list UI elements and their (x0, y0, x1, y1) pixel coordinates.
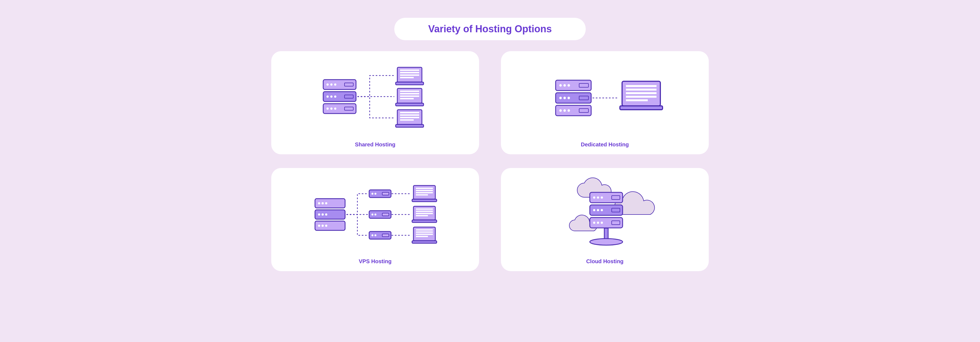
svg-rect-14 (345, 107, 353, 110)
svg-rect-51 (626, 92, 657, 94)
svg-rect-46 (579, 96, 589, 100)
laptop-icon (396, 88, 423, 106)
server-icon (555, 80, 591, 116)
svg-point-38 (568, 84, 570, 87)
svg-point-101 (597, 197, 599, 199)
svg-rect-31 (400, 119, 414, 121)
card-shared-hosting: Shared Hosting (271, 51, 479, 154)
svg-rect-74 (382, 213, 389, 216)
svg-point-4 (330, 83, 332, 86)
svg-point-8 (334, 96, 336, 97)
page-title: Variety of Hosting Options (411, 23, 569, 35)
svg-point-10 (330, 107, 332, 110)
svg-rect-45 (579, 83, 589, 87)
svg-point-77 (375, 235, 377, 237)
svg-point-68 (372, 193, 374, 195)
dedicated-hosting-illustration (509, 61, 700, 137)
svg-point-76 (372, 235, 374, 237)
svg-point-66 (325, 225, 327, 227)
svg-rect-30 (400, 117, 419, 118)
svg-point-3 (326, 83, 329, 86)
svg-point-61 (318, 213, 320, 216)
connector-line (357, 97, 394, 118)
svg-rect-88 (416, 213, 433, 214)
svg-point-106 (593, 222, 595, 224)
svg-rect-47 (579, 109, 589, 112)
svg-point-65 (321, 225, 324, 227)
card-vps-hosting: VPS Hosting (271, 168, 479, 271)
svg-rect-29 (400, 114, 419, 116)
svg-point-5 (334, 83, 336, 86)
svg-point-42 (560, 109, 562, 112)
server-icon (590, 192, 623, 228)
shared-hosting-illustration (280, 61, 471, 137)
svg-rect-82 (416, 192, 433, 193)
svg-point-6 (326, 96, 329, 97)
mini-server-icon (369, 211, 391, 218)
svg-point-102 (601, 197, 603, 199)
cloud-hosting-illustration (509, 177, 700, 254)
svg-point-37 (563, 84, 566, 87)
vps-hosting-illustration (280, 177, 471, 254)
svg-point-7 (330, 96, 332, 97)
svg-rect-95 (416, 236, 428, 237)
svg-point-113 (590, 238, 623, 245)
svg-rect-70 (382, 192, 389, 195)
svg-rect-111 (612, 221, 620, 225)
laptop-icon (412, 185, 437, 201)
svg-rect-94 (416, 234, 433, 235)
svg-rect-22 (400, 91, 419, 92)
svg-rect-18 (400, 74, 419, 76)
svg-rect-26 (396, 103, 423, 106)
svg-rect-12 (345, 83, 353, 86)
svg-rect-17 (400, 72, 419, 74)
server-icon (315, 199, 345, 230)
svg-rect-78 (382, 234, 389, 237)
title-pill: Variety of Hosting Options (394, 18, 586, 40)
svg-rect-28 (400, 112, 419, 113)
svg-point-108 (601, 222, 603, 224)
svg-rect-93 (416, 232, 433, 233)
card-label: Cloud Hosting (586, 258, 624, 265)
laptop-icon (396, 67, 423, 85)
svg-rect-49 (626, 85, 657, 87)
svg-rect-32 (396, 125, 423, 127)
laptop-icon (412, 206, 437, 222)
svg-rect-24 (400, 96, 419, 97)
server-icon (323, 80, 356, 113)
card-label: Dedicated Hosting (581, 141, 629, 148)
connector-line (347, 214, 368, 235)
laptop-icon (412, 227, 437, 243)
svg-point-63 (325, 213, 327, 216)
svg-point-43 (563, 109, 566, 112)
laptop-icon (396, 110, 423, 127)
svg-rect-84 (412, 199, 437, 201)
svg-point-64 (318, 225, 320, 227)
svg-rect-25 (400, 98, 414, 99)
svg-point-40 (563, 97, 566, 99)
svg-rect-83 (416, 194, 428, 196)
card-label: VPS Hosting (359, 258, 391, 265)
svg-point-62 (321, 213, 324, 216)
svg-rect-80 (416, 188, 433, 189)
card-dedicated-hosting: Dedicated Hosting (501, 51, 709, 154)
connector-line (357, 75, 394, 97)
svg-rect-52 (626, 96, 657, 97)
connector-line (347, 194, 368, 214)
svg-point-69 (375, 193, 377, 195)
svg-rect-54 (620, 106, 663, 110)
mini-server-icon (369, 190, 391, 198)
svg-point-9 (326, 107, 329, 110)
svg-point-58 (318, 202, 320, 205)
svg-rect-90 (412, 220, 437, 222)
diagram-canvas: Variety of Hosting Options (271, 18, 709, 324)
svg-rect-16 (400, 69, 419, 71)
card-cloud-hosting: Cloud Hosting (501, 168, 709, 271)
mini-server-icon (369, 232, 391, 239)
svg-rect-87 (416, 211, 433, 212)
svg-point-72 (372, 214, 374, 216)
svg-rect-19 (400, 77, 414, 78)
svg-rect-81 (416, 190, 433, 191)
svg-rect-110 (612, 208, 620, 212)
svg-point-36 (560, 84, 562, 87)
